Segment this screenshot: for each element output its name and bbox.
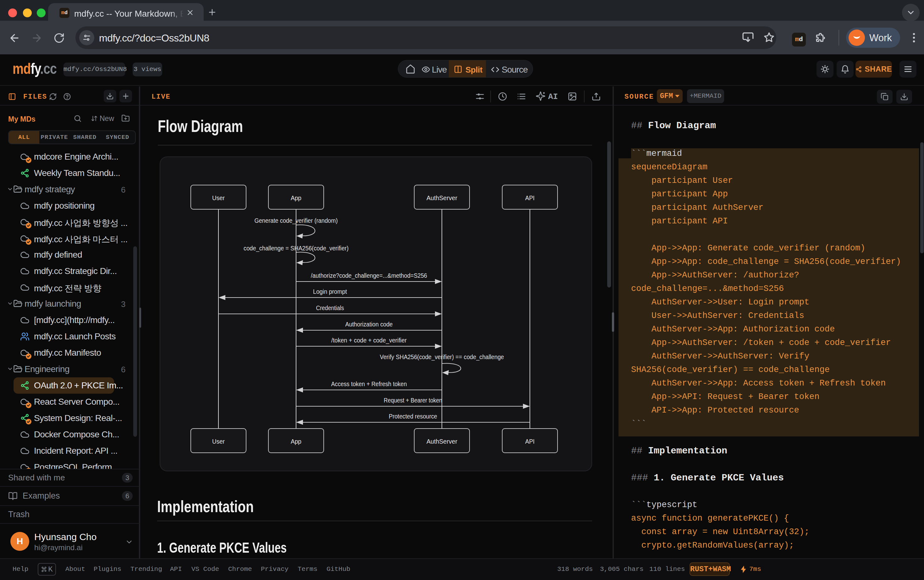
svg-text:API: API — [525, 194, 535, 201]
svg-text:Access token + Refresh token: Access token + Refresh token — [331, 381, 407, 387]
svg-text:App: App — [291, 194, 301, 201]
svg-text:AuthServer: AuthServer — [426, 438, 457, 445]
svg-text:AuthServer: AuthServer — [426, 194, 457, 201]
svg-text:code_challenge = SHA256(code_v: code_challenge = SHA256(code_verifier) — [244, 245, 348, 252]
svg-text:Login prompt: Login prompt — [313, 288, 347, 295]
svg-text:/token + code + code_verifier: /token + code + code_verifier — [331, 337, 407, 344]
svg-text:User: User — [212, 438, 225, 445]
svg-text:Verify SHA256(code_verifier) =: Verify SHA256(code_verifier) == code_cha… — [380, 353, 504, 361]
svg-text:App: App — [291, 438, 301, 445]
svg-text:Credentials: Credentials — [316, 305, 344, 311]
svg-text:Generate code_verifier (random: Generate code_verifier (random) — [254, 217, 338, 224]
svg-text:User: User — [212, 194, 225, 201]
svg-text:Authorization code: Authorization code — [345, 321, 393, 328]
svg-text:Protected resource: Protected resource — [389, 413, 437, 420]
svg-text:Request + Bearer token: Request + Bearer token — [384, 397, 442, 404]
svg-text:API: API — [525, 438, 535, 445]
svg-text:/authorize?code_challenge=...&: /authorize?code_challenge=...&method=S25… — [311, 272, 427, 279]
